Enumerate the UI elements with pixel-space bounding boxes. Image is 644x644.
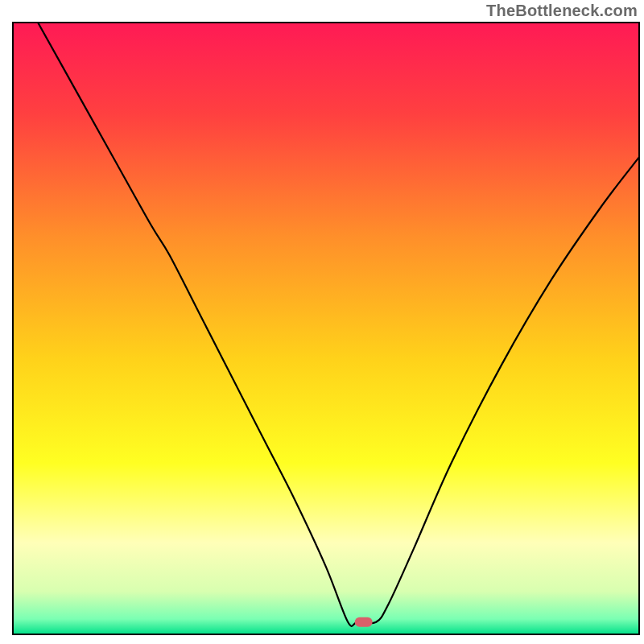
watermark-text: TheBottleneck.com xyxy=(486,2,638,20)
optimal-marker xyxy=(355,617,373,627)
bottleneck-chart xyxy=(0,0,644,644)
chart-container: TheBottleneck.com xyxy=(0,0,644,644)
plot-background xyxy=(13,23,639,634)
